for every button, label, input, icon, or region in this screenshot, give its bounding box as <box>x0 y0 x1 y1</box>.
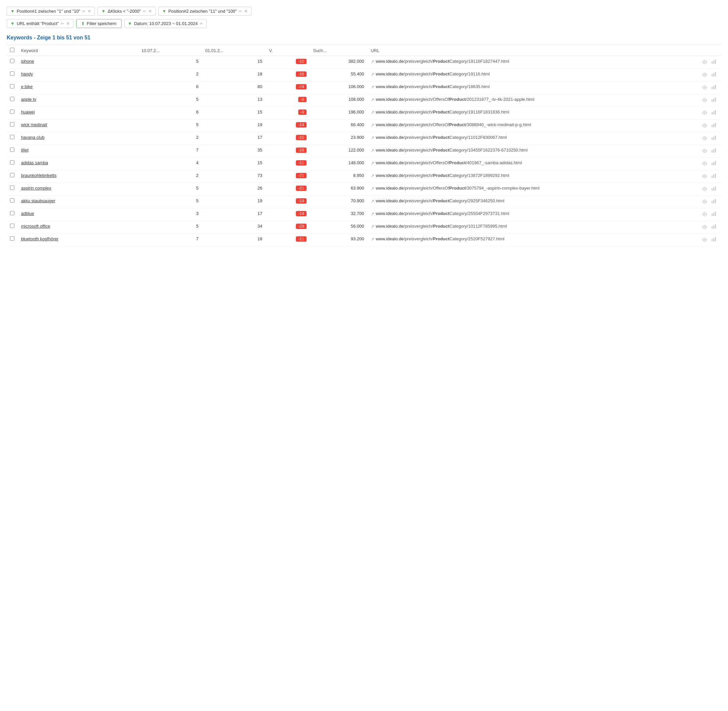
chart-button[interactable] <box>710 160 718 167</box>
url-link[interactable]: ↗ www.idealo.de/preisvergleich/ProductCa… <box>371 211 656 216</box>
action-cell <box>660 107 721 119</box>
filter-chip-3[interactable]: ▼ Position#2 zwischen "11" und "100" ✏ ✕ <box>158 7 251 16</box>
url-link[interactable]: ↗ www.idealo.de/preisvergleich/ProductCa… <box>371 109 656 115</box>
delta-badge: -16 <box>296 71 306 77</box>
chart-button[interactable] <box>710 59 718 66</box>
close-icon[interactable]: ✕ <box>66 21 70 26</box>
row-checkbox[interactable] <box>10 236 14 240</box>
url-link[interactable]: ↗ www.idealo.de/preisvergleich/ProductCa… <box>371 84 656 90</box>
filter-chip-2[interactable]: ▼ ΔKlicks < "-2000" ✏ ✕ <box>97 7 156 16</box>
keyword-link[interactable]: iphone <box>21 59 34 64</box>
svg-rect-8 <box>715 85 716 89</box>
keyword-link[interactable]: lillet <box>21 148 28 153</box>
svg-rect-22 <box>713 149 714 153</box>
keyword-link[interactable]: aspirin complex <box>21 186 51 190</box>
chart-button[interactable] <box>710 122 718 129</box>
view-button[interactable] <box>701 211 709 218</box>
view-button[interactable] <box>701 97 709 104</box>
chart-button[interactable] <box>710 211 718 218</box>
row-checkbox[interactable] <box>10 59 14 63</box>
row-checkbox[interactable] <box>10 160 14 165</box>
view-button[interactable] <box>701 135 709 142</box>
chart-button[interactable] <box>710 71 718 78</box>
chart-button[interactable] <box>710 109 718 117</box>
keyword-link[interactable]: akku staubsauger <box>21 198 55 203</box>
view-button[interactable] <box>701 109 709 117</box>
row-checkbox[interactable] <box>10 211 14 215</box>
view-button[interactable] <box>701 236 709 243</box>
url-link[interactable]: ↗ www.idealo.de/preisvergleich/ProductCa… <box>371 198 656 204</box>
keyword-link[interactable]: havana club <box>21 135 44 140</box>
url-link[interactable]: ↗ www.idealo.de/preisvergleich/OffersOfP… <box>371 97 656 102</box>
url-link[interactable]: ↗ www.idealo.de/preisvergleich/ProductCa… <box>371 71 656 77</box>
url-link[interactable]: ↗ www.idealo.de/preisvergleich/OffersOfP… <box>371 160 656 165</box>
keyword-link[interactable]: apple tv <box>21 97 36 102</box>
view-button[interactable] <box>701 84 709 91</box>
url-link[interactable]: ↗ www.idealo.de/preisvergleich/ProductCa… <box>371 236 656 242</box>
chart-button[interactable] <box>710 148 718 155</box>
view-button[interactable] <box>701 198 709 205</box>
col-header-search: Such... <box>310 45 367 56</box>
chart-button[interactable] <box>710 224 718 231</box>
keyword-link[interactable]: handy <box>21 71 33 77</box>
keyword-link[interactable]: adblue <box>21 211 34 216</box>
edit-icon[interactable]: ✏ <box>143 9 146 14</box>
view-button[interactable] <box>701 71 709 78</box>
filter-chip-4[interactable]: ▼ URL enthält "Product" ✏ ✕ <box>7 19 74 28</box>
row-checkbox[interactable] <box>10 122 14 127</box>
delta-cell: -14 <box>266 196 310 208</box>
chart-button[interactable] <box>710 198 718 205</box>
close-icon[interactable]: ✕ <box>87 9 91 14</box>
keyword-link[interactable]: braunkohlebriketts <box>21 173 56 178</box>
url-link[interactable]: ↗ www.idealo.de/preisvergleich/ProductCa… <box>371 135 656 140</box>
close-icon[interactable]: ✕ <box>148 9 152 14</box>
row-checkbox[interactable] <box>10 97 14 101</box>
row-checkbox[interactable] <box>10 71 14 76</box>
date2-cell: 35 <box>202 145 266 158</box>
save-filter-button[interactable]: ⬆Filter speichern <box>76 19 121 28</box>
filter-chip-5[interactable]: ▼ Datum: 10.07.2023 ~ 01.01.2024 ✏ <box>124 19 207 28</box>
row-checkbox[interactable] <box>10 135 14 139</box>
chart-button[interactable] <box>710 236 718 243</box>
edit-icon[interactable]: ✏ <box>82 9 86 14</box>
row-checkbox[interactable] <box>10 186 14 190</box>
chart-button[interactable] <box>710 173 718 180</box>
row-checkbox[interactable] <box>10 84 14 89</box>
view-button[interactable] <box>701 224 709 231</box>
keyword-link[interactable]: microsoft office <box>21 224 50 229</box>
row-checkbox[interactable] <box>10 198 14 203</box>
chart-button[interactable] <box>710 186 718 193</box>
chart-button[interactable] <box>710 84 718 91</box>
keyword-link[interactable]: wick medinait <box>21 122 47 127</box>
row-checkbox[interactable] <box>10 109 14 114</box>
close-icon[interactable]: ✕ <box>244 9 248 14</box>
svg-rect-41 <box>715 224 716 229</box>
url-link[interactable]: ↗ www.idealo.de/preisvergleich/OffersOfP… <box>371 186 656 191</box>
view-button[interactable] <box>701 122 709 129</box>
keyword-link[interactable]: bluetooth kopfhörer <box>21 236 58 241</box>
edit-icon[interactable]: ✏ <box>61 21 64 26</box>
filter-chip-1[interactable]: ▼ Position#1 zwischen "1" und "10" ✏ ✕ <box>7 7 95 16</box>
row-checkbox[interactable] <box>10 173 14 177</box>
select-all-checkbox[interactable] <box>10 48 14 52</box>
keyword-link[interactable]: huawei <box>21 109 35 115</box>
url-link[interactable]: ↗ www.idealo.de/preisvergleich/ProductCa… <box>371 173 656 178</box>
url-link[interactable]: ↗ www.idealo.de/preisvergleich/ProductCa… <box>371 148 656 153</box>
url-link[interactable]: ↗ www.idealo.de/preisvergleich/OffersOfP… <box>371 122 656 127</box>
chart-button[interactable] <box>710 135 718 142</box>
row-checkbox[interactable] <box>10 148 14 152</box>
edit-icon[interactable]: ✏ <box>200 21 203 26</box>
url-link[interactable]: ↗ www.idealo.de/preisvergleich/ProductCa… <box>371 224 656 229</box>
date1-cell: 4 <box>138 158 202 170</box>
view-button[interactable] <box>701 186 709 193</box>
view-button[interactable] <box>701 173 709 180</box>
keyword-link[interactable]: adidas samba <box>21 160 48 165</box>
edit-icon[interactable]: ✏ <box>239 9 242 14</box>
view-button[interactable] <box>701 160 709 167</box>
keyword-link[interactable]: e bike <box>21 84 33 89</box>
chart-button[interactable] <box>710 97 718 104</box>
url-link[interactable]: ↗ www.idealo.de/preisvergleich/ProductCa… <box>371 59 656 64</box>
view-button[interactable] <box>701 148 709 155</box>
view-button[interactable] <box>701 59 709 66</box>
row-checkbox[interactable] <box>10 224 14 228</box>
